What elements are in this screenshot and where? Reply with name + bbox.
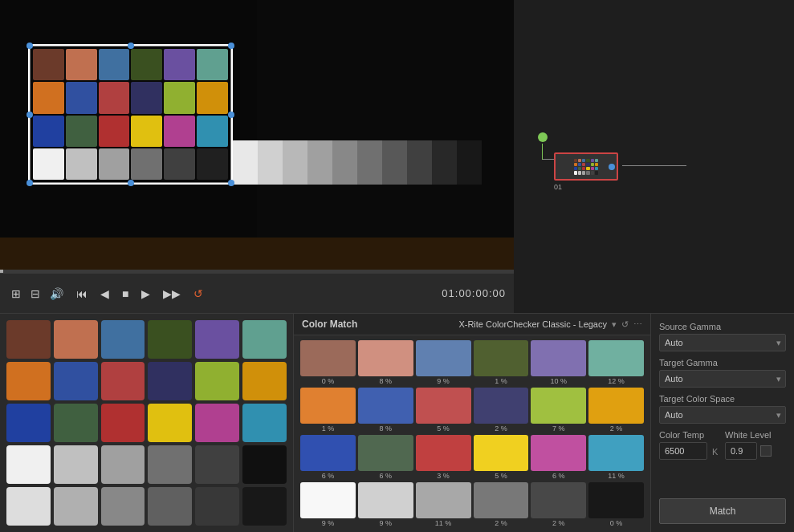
- swatch[interactable]: [6, 362, 51, 400]
- swatch[interactable]: [195, 362, 239, 400]
- source-gamma-select[interactable]: Auto: [659, 334, 786, 351]
- cm-swatch-item[interactable]: 1 %: [300, 388, 356, 433]
- swatch[interactable]: [242, 445, 287, 484]
- target-gamma-select-wrap[interactable]: Auto: [659, 370, 786, 388]
- swatch[interactable]: [101, 487, 145, 526]
- swatch[interactable]: [54, 487, 98, 526]
- source-gamma-select-wrap[interactable]: Auto: [659, 334, 786, 351]
- swatch[interactable]: [6, 404, 51, 442]
- color-match-panel: Color Match X-Rite ColorChecker Classic …: [293, 314, 650, 532]
- swatch[interactable]: [195, 320, 239, 359]
- cm-swatch-item[interactable]: 2 %: [588, 388, 644, 433]
- handle-mid-left[interactable]: [26, 112, 33, 118]
- layers-button[interactable]: ⊟: [27, 286, 43, 302]
- cm-swatch-item[interactable]: 8 %: [358, 340, 413, 385]
- node-input-connector[interactable]: [538, 132, 548, 142]
- handle-bot-center[interactable]: [128, 180, 134, 186]
- swatch[interactable]: [101, 320, 145, 359]
- cm-swatch-item[interactable]: 9 %: [358, 482, 413, 527]
- audio-button[interactable]: 🔊: [47, 286, 67, 302]
- cm-swatch-item[interactable]: 12 %: [588, 340, 644, 385]
- color-checker-overlay[interactable]: [28, 44, 233, 185]
- swatch[interactable]: [54, 445, 98, 484]
- swatch[interactable]: [148, 404, 192, 442]
- target-gamma-select[interactable]: Auto: [659, 370, 786, 388]
- play-button[interactable]: ▶: [138, 286, 153, 302]
- skip-start-button[interactable]: ⏮: [73, 286, 91, 302]
- swatch[interactable]: [148, 320, 192, 359]
- swatch[interactable]: [242, 362, 287, 400]
- history-icon[interactable]: ↺: [621, 319, 629, 330]
- node-mini-cell: [578, 163, 581, 166]
- checker-cell: [164, 82, 195, 113]
- cm-swatch-item[interactable]: 9 %: [416, 340, 471, 385]
- cm-swatch-item[interactable]: 0 %: [300, 340, 356, 385]
- loop-button[interactable]: ↺: [190, 286, 206, 302]
- swatch[interactable]: [148, 445, 192, 484]
- white-level-input[interactable]: [725, 442, 757, 460]
- swatch[interactable]: [242, 487, 287, 526]
- handle-top-right[interactable]: [228, 43, 234, 49]
- swatch[interactable]: [148, 362, 192, 400]
- swatch[interactable]: [6, 487, 51, 526]
- swatch[interactable]: [242, 404, 287, 442]
- handle-mid-right[interactable]: [228, 112, 234, 118]
- swatch[interactable]: [195, 404, 239, 442]
- swatch[interactable]: [148, 487, 192, 526]
- cm-swatch-item[interactable]: 6 %: [531, 435, 586, 480]
- white-level-checkbox[interactable]: [760, 445, 772, 457]
- target-color-space-label: Target Color Space: [659, 394, 786, 404]
- grid-view-button[interactable]: ⊞: [8, 286, 24, 302]
- cm-swatch-item[interactable]: 6 %: [358, 435, 413, 480]
- next-frame-button[interactable]: ▶▶: [160, 286, 184, 302]
- swatch[interactable]: [54, 404, 98, 442]
- match-button[interactable]: Match: [659, 498, 786, 524]
- swatch[interactable]: [54, 362, 98, 400]
- cm-swatch-item[interactable]: 5 %: [474, 435, 529, 480]
- handle-bot-right[interactable]: [228, 180, 234, 186]
- stop-button[interactable]: ■: [119, 286, 132, 302]
- color-temp-row: Color Temp K: [659, 430, 720, 460]
- cm-swatch-item[interactable]: 0 %: [588, 482, 644, 527]
- progress-bar[interactable]: [0, 270, 514, 273]
- cm-swatch-pct: 8 %: [379, 424, 392, 433]
- swatch[interactable]: [54, 320, 98, 359]
- cm-swatch-item[interactable]: 2 %: [474, 388, 529, 433]
- handle-top-left[interactable]: [26, 43, 33, 49]
- cm-swatch-item[interactable]: 11 %: [416, 482, 471, 527]
- cm-swatch-item[interactable]: 11 %: [588, 435, 644, 480]
- more-options-icon[interactable]: ⋯: [633, 319, 642, 330]
- swatch[interactable]: [195, 487, 239, 526]
- swatch[interactable]: [6, 445, 51, 484]
- handle-top-center[interactable]: [128, 43, 134, 49]
- cm-swatch-item[interactable]: 9 %: [300, 482, 356, 527]
- preset-chevron-icon[interactable]: ▾: [612, 319, 617, 330]
- cm-swatch-item[interactable]: 6 %: [300, 435, 356, 480]
- swatch[interactable]: [195, 445, 239, 484]
- cm-swatch-item[interactable]: 2 %: [474, 482, 529, 527]
- target-color-space-select[interactable]: Auto: [659, 406, 786, 424]
- swatch[interactable]: [101, 404, 145, 442]
- swatch[interactable]: [101, 362, 145, 400]
- cm-swatch-item[interactable]: 3 %: [416, 435, 471, 480]
- target-color-space-select-wrap[interactable]: Auto: [659, 406, 786, 424]
- cm-swatch-item[interactable]: 8 %: [358, 388, 413, 433]
- color-temp-white-level-row: Color Temp K White Level: [659, 430, 786, 460]
- node-mini-cell: [578, 159, 581, 162]
- node-color-match[interactable]: [554, 152, 618, 181]
- cm-swatch-item[interactable]: 1 %: [474, 340, 529, 385]
- node-mini-cell: [591, 163, 594, 166]
- video-content: [0, 0, 514, 270]
- checker-cell: [33, 49, 64, 80]
- cm-swatch-item[interactable]: 2 %: [531, 482, 586, 527]
- swatch[interactable]: [101, 445, 145, 484]
- swatch[interactable]: [6, 320, 51, 359]
- handle-bot-left[interactable]: [26, 180, 33, 186]
- cm-swatch-item[interactable]: 5 %: [416, 388, 471, 433]
- prev-frame-button[interactable]: ◀: [97, 286, 112, 302]
- cm-swatch-item[interactable]: 7 %: [531, 388, 586, 433]
- preset-selector[interactable]: X-Rite ColorChecker Classic - Legacy ▾ ↺…: [458, 319, 642, 330]
- cm-swatch-item[interactable]: 10 %: [531, 340, 586, 385]
- swatch[interactable]: [242, 320, 287, 359]
- color-temp-input[interactable]: [659, 442, 707, 460]
